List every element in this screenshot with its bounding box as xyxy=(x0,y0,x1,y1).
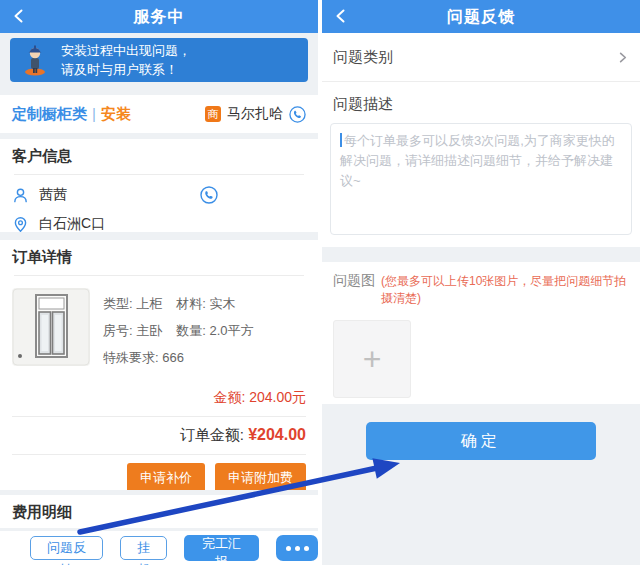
customer-heading: 客户信息 xyxy=(12,147,306,166)
order-type-row: 定制橱柜类|安装 商 马尔扎哈 xyxy=(0,95,318,133)
phone-icon[interactable] xyxy=(200,186,218,204)
dot-icon xyxy=(295,546,300,551)
dot-icon xyxy=(286,546,291,551)
more-button[interactable] xyxy=(276,535,318,561)
suspend-button[interactable]: 挂起 xyxy=(120,536,167,560)
notice-banner: 安装过程中出现问题， 请及时与用户联系！ xyxy=(10,38,308,82)
confirm-button[interactable]: 确定 xyxy=(366,422,596,460)
notice-line1: 安装过程中出现问题， xyxy=(61,41,191,60)
customer-name-row: 茜茜 xyxy=(12,186,306,204)
spec-line-2: 房号: 主卧数量: 2.0平方 xyxy=(103,322,254,340)
customer-address-row: 白石洲C口 xyxy=(12,215,306,232)
problem-images-label: 问题图 xyxy=(333,272,375,290)
service-type: 安装 xyxy=(101,105,131,122)
description-placeholder: 每个订单最多可以反馈3次问题,为了商家更快的解决问题，请详细描述问题细节，并给予… xyxy=(340,133,615,188)
order-total-value: ¥204.00 xyxy=(248,426,306,443)
divider xyxy=(14,275,304,276)
amount-row: 金额: 204.00元 xyxy=(12,389,306,407)
screen-service: 服务中 安装过程中出现问题， 请及时与用户联系！ 定制橱柜类|安装 xyxy=(0,0,318,565)
service-appbar: 服务中 xyxy=(0,0,318,33)
customer-card: 客户信息 茜茜 白石洲C口 xyxy=(0,139,318,232)
order-total-label: 订单金额: xyxy=(180,426,248,443)
product-image xyxy=(12,288,90,366)
customer-name: 茜茜 xyxy=(39,186,67,204)
fees-card: 费用明细 xyxy=(0,495,318,528)
add-photo-button[interactable]: + xyxy=(333,320,411,398)
notice-text: 安装过程中出现问题， 请及时与用户联系！ xyxy=(61,41,191,79)
problem-images-note: (您最多可以上传10张图片，尽量把问题细节拍摄清楚) xyxy=(381,273,629,307)
spec-type: 类型: 上柜 xyxy=(103,296,162,311)
apply-supplement-button[interactable]: 申请补价 xyxy=(127,463,205,490)
phone-icon[interactable] xyxy=(289,106,306,123)
back-icon[interactable] xyxy=(332,7,350,25)
problem-category-row[interactable]: 问题类别 xyxy=(322,33,640,82)
customer-address: 白石洲C口 xyxy=(39,215,105,232)
person-icon xyxy=(12,187,29,204)
merchant-name: 马尔扎哈 xyxy=(227,105,283,123)
merchant-badge-icon: 商 xyxy=(205,106,221,122)
divider xyxy=(12,454,306,455)
fees-heading: 费用明细 xyxy=(12,503,306,522)
problem-category-label: 问题类别 xyxy=(333,48,393,67)
spec-line-3: 特殊要求: 666 xyxy=(103,349,254,367)
page-title: 问题反馈 xyxy=(322,0,640,33)
order-card: 订单详情 类型: 上柜材料: 实木 xyxy=(0,240,318,490)
location-pin-icon xyxy=(12,216,29,233)
separator: | xyxy=(92,105,96,122)
chevron-right-icon xyxy=(616,51,629,64)
spec-line-1: 类型: 上柜材料: 实木 xyxy=(103,295,254,313)
feedback-appbar: 问题反馈 xyxy=(322,0,640,33)
product-row: 类型: 上柜材料: 实木 房号: 主卧数量: 2.0平方 特殊要求: 666 xyxy=(12,288,306,376)
bottom-area: 确定 xyxy=(322,404,640,565)
bottom-action-bar: 问题反馈 挂起 完工汇报 xyxy=(0,531,318,565)
worker-mascot-icon xyxy=(22,44,48,76)
notice-line2: 请及时与用户联系！ xyxy=(61,60,191,79)
two-screen-composite: 服务中 安装过程中出现问题， 请及时与用户联系！ 定制橱柜类|安装 xyxy=(0,0,640,565)
dot-icon xyxy=(304,546,309,551)
order-total-row: 订单金额: ¥204.00 xyxy=(12,426,306,445)
spec-material: 材料: 实木 xyxy=(176,296,235,311)
spec-room: 房号: 主卧 xyxy=(103,323,162,338)
screen-feedback: 问题反馈 问题类别 问题描述 每个订单最多可以反馈3次问题,为了商家更快的解决问… xyxy=(322,0,640,565)
order-actions: 申请补价 申请附加费 xyxy=(12,463,306,490)
text-cursor xyxy=(340,133,342,147)
order-category: 定制橱柜类 xyxy=(12,105,87,122)
apply-surcharge-button[interactable]: 申请附加费 xyxy=(215,463,306,490)
feedback-button[interactable]: 问题反馈 xyxy=(30,536,103,560)
merchant-info: 商 马尔扎哈 xyxy=(205,105,306,123)
divider xyxy=(14,174,304,175)
divider xyxy=(12,416,306,417)
problem-description-label: 问题描述 xyxy=(333,95,629,114)
problem-images-label-row: 问题图 (您最多可以上传10张图片，尽量把问题细节拍摄清楚) xyxy=(333,272,629,307)
spec-special: 特殊要求: 666 xyxy=(103,350,184,365)
completion-report-button[interactable]: 完工汇报 xyxy=(184,535,259,561)
plus-icon: + xyxy=(363,343,382,375)
back-icon[interactable] xyxy=(10,7,28,25)
section-divider xyxy=(322,247,640,262)
problem-images-section: 问题图 (您最多可以上传10张图片，尽量把问题细节拍摄清楚) + xyxy=(322,262,640,404)
page-title: 服务中 xyxy=(0,0,318,33)
product-specs: 类型: 上柜材料: 实木 房号: 主卧数量: 2.0平方 特殊要求: 666 xyxy=(103,288,254,376)
order-type: 定制橱柜类|安装 xyxy=(12,105,131,124)
order-heading: 订单详情 xyxy=(12,248,306,267)
spec-quantity: 数量: 2.0平方 xyxy=(176,323,253,338)
problem-description-input[interactable]: 每个订单最多可以反馈3次问题,为了商家更快的解决问题，请详细描述问题细节，并给予… xyxy=(330,123,632,235)
